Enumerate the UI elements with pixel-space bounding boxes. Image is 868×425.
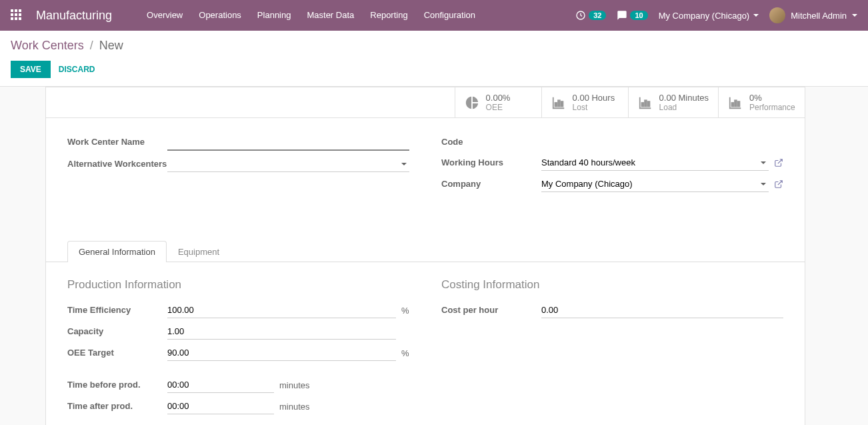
company-select[interactable]: [541, 176, 769, 192]
label-alternative-workcenters: Alternative Workcenters: [67, 156, 167, 169]
oee-target-input[interactable]: [167, 345, 396, 361]
stat-buttons: 0.00% OEE 0.00 Hours Lost 0.00 Minutes L…: [46, 87, 805, 118]
menu-master-data[interactable]: Master Data: [299, 0, 362, 31]
apps-menu-icon[interactable]: [11, 9, 23, 21]
chevron-down-icon: [852, 14, 857, 17]
stat-value: 0.00 Hours: [573, 93, 615, 103]
activity-count: 32: [589, 11, 606, 20]
svg-rect-5: [645, 100, 647, 106]
svg-rect-8: [735, 100, 737, 106]
svg-rect-9: [738, 101, 740, 106]
capacity-input[interactable]: [167, 324, 396, 340]
stat-oee[interactable]: 0.00% OEE: [455, 87, 541, 117]
working-hours-select[interactable]: [541, 155, 769, 171]
company-name: My Company (Chicago): [659, 11, 750, 21]
stat-load[interactable]: 0.00 Minutes Load: [628, 87, 718, 117]
alternative-workcenters-input[interactable]: [167, 156, 409, 172]
user-menu[interactable]: Mitchell Admin: [769, 7, 857, 23]
topbar-left: Manufacturing Overview Operations Planni…: [11, 0, 483, 31]
label-working-hours: Working Hours: [441, 155, 541, 167]
stat-value: 0.00 Minutes: [659, 93, 709, 103]
time-after-input[interactable]: [167, 398, 274, 414]
control-buttons: Save Discard: [11, 61, 857, 78]
form-sheet: 0.00% OEE 0.00 Hours Lost 0.00 Minutes L…: [45, 87, 805, 425]
breadcrumb-separator: /: [90, 39, 93, 52]
label-oee-target: OEE Target: [67, 345, 167, 358]
time-efficiency-input[interactable]: [167, 302, 396, 318]
stat-label: Performance: [749, 103, 795, 112]
bar-chart-icon: [728, 95, 743, 110]
external-link-icon[interactable]: [774, 158, 783, 167]
menu-configuration[interactable]: Configuration: [416, 0, 483, 31]
menu-operations[interactable]: Operations: [191, 0, 249, 31]
form-body: Work Center Name Alternative Workcenters: [46, 118, 805, 224]
discard-button[interactable]: Discard: [59, 65, 95, 74]
topbar-right: 32 10 My Company (Chicago) Mitchell Admi…: [575, 7, 857, 23]
suffix-blank: [401, 327, 409, 337]
breadcrumb: Work Centers / New: [11, 39, 857, 53]
tab-equipment[interactable]: Equipment: [167, 241, 231, 262]
svg-rect-2: [558, 100, 560, 106]
svg-rect-6: [647, 101, 649, 106]
section-production: Production Information: [67, 278, 409, 292]
chevron-down-icon: [753, 14, 759, 17]
messaging-count: 10: [630, 11, 647, 20]
activity-indicator[interactable]: 32: [575, 10, 606, 21]
work-center-name-input[interactable]: [167, 134, 409, 151]
topbar-menu: Overview Operations Planning Master Data…: [139, 0, 483, 31]
label-cost-per-hour: Cost per hour: [441, 302, 541, 315]
stat-label: Load: [659, 103, 709, 112]
avatar: [769, 7, 785, 23]
svg-rect-7: [732, 103, 734, 107]
control-panel: Work Centers / New Save Discard: [0, 31, 868, 87]
code-input[interactable]: [541, 134, 783, 149]
menu-reporting[interactable]: Reporting: [362, 0, 415, 31]
svg-rect-3: [561, 101, 563, 106]
suffix-percent: %: [401, 348, 409, 358]
time-before-input[interactable]: [167, 377, 274, 393]
suffix-percent: %: [401, 306, 409, 316]
pie-chart-icon: [465, 95, 479, 110]
bar-chart-icon: [638, 95, 653, 110]
clock-icon: [575, 10, 586, 21]
tab-general-information[interactable]: General Information: [67, 241, 167, 262]
app-title[interactable]: Manufacturing: [36, 9, 112, 23]
topbar: Manufacturing Overview Operations Planni…: [0, 0, 868, 31]
menu-overview[interactable]: Overview: [139, 0, 191, 31]
svg-rect-1: [555, 103, 557, 107]
section-costing: Costing Information: [441, 278, 783, 292]
stat-performance[interactable]: 0% Performance: [718, 87, 805, 117]
chat-icon: [617, 10, 627, 21]
breadcrumb-current: New: [99, 39, 123, 52]
label-capacity: Capacity: [67, 324, 167, 336]
tabs: General Information Equipment: [46, 240, 805, 262]
label-time-after: Time after prod.: [67, 398, 167, 411]
stat-label: OEE: [486, 103, 511, 112]
external-link-icon[interactable]: [774, 179, 783, 189]
form-view: 0.00% OEE 0.00 Hours Lost 0.00 Minutes L…: [5, 87, 868, 425]
suffix-minutes: minutes: [279, 402, 313, 412]
label-work-center-name: Work Center Name: [67, 134, 167, 147]
stat-lost[interactable]: 0.00 Hours Lost: [541, 87, 628, 117]
svg-rect-4: [641, 103, 643, 107]
label-code: Code: [441, 134, 541, 147]
messaging-indicator[interactable]: 10: [617, 10, 647, 21]
stat-value: 0.00%: [486, 93, 511, 103]
label-time-before: Time before prod.: [67, 377, 167, 390]
stat-label: Lost: [573, 103, 615, 112]
menu-planning[interactable]: Planning: [249, 0, 299, 31]
suffix-minutes: minutes: [279, 380, 313, 390]
breadcrumb-parent[interactable]: Work Centers: [11, 39, 84, 52]
user-name: Mitchell Admin: [791, 11, 847, 21]
save-button[interactable]: Save: [11, 61, 51, 78]
cost-per-hour-input[interactable]: [541, 302, 783, 318]
label-company: Company: [441, 176, 541, 189]
label-time-efficiency: Time Efficiency: [67, 302, 167, 315]
tab-content: Production Information Time Efficiency %…: [46, 262, 805, 425]
stat-value: 0%: [749, 93, 795, 103]
bar-chart-icon: [551, 95, 566, 110]
company-selector[interactable]: My Company (Chicago): [659, 11, 759, 21]
